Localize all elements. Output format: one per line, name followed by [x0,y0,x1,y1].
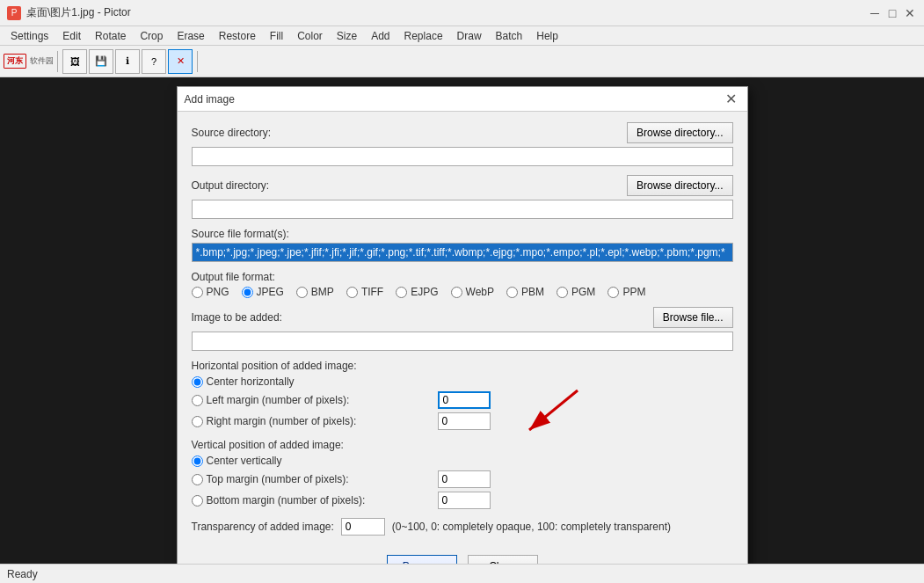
h-center-radio[interactable] [192,376,203,388]
source-directory-label: Source directory: [192,127,621,139]
format-bmp-label: BMP [311,286,334,298]
toolbar-btn-2[interactable]: 💾 [89,49,113,74]
transparency-row: Transparency of added image: (0~100, 0: … [192,518,733,536]
h-left-option[interactable]: Left margin (number of pixels): [192,394,438,406]
minimize-button[interactable]: ─ [868,6,882,20]
menu-color[interactable]: Color [290,28,330,44]
v-top-option[interactable]: Top margin (number of pixels): [192,473,438,485]
format-webp[interactable]: WebP [451,286,494,298]
format-pgm-radio[interactable] [557,287,568,298]
output-directory-input[interactable] [192,200,733,219]
menu-rotate[interactable]: Rotate [88,28,133,44]
vertical-position-row: Vertical position of added image: Center… [192,439,733,509]
v-center-label: Center vertically [207,455,282,467]
format-png[interactable]: PNG [192,286,229,298]
v-top-input[interactable] [438,470,491,488]
menu-erase[interactable]: Erase [170,28,211,44]
v-top-radio[interactable] [192,474,203,485]
output-format-radio-group: PNG JPEG BMP TIFF EJPG WebP PBM PGM PPM [192,286,733,298]
menu-help[interactable]: Help [529,28,565,44]
menu-restore[interactable]: Restore [212,28,263,44]
browse-file-button[interactable]: Browse file... [653,307,733,328]
dialog-title: Add image [185,93,723,106]
h-right-option[interactable]: Right margin (number of pixels): [192,415,438,427]
output-format-label: Output file format: [192,271,733,283]
vertical-position-label: Vertical position of added image: [192,439,733,451]
format-ejpg-label: EJPG [411,286,438,298]
v-center-radio[interactable] [192,455,203,467]
format-ejpg[interactable]: EJPG [396,286,438,298]
maximize-button[interactable]: □ [885,6,899,20]
source-format-row: Source file format(s): [192,228,733,262]
h-right-radio[interactable] [192,416,203,427]
dialog-close-icon-btn[interactable]: ✕ [723,91,740,108]
format-tiff-radio[interactable] [346,287,358,298]
toolbar-btn-1[interactable]: 🖼 [62,49,87,74]
h-center-option[interactable]: Center horizontally [192,375,438,388]
format-jpeg-label: JPEG [257,286,284,298]
window-title: 桌面\图片1.jpg - Pictor [26,5,868,20]
format-pbm[interactable]: PBM [506,286,544,298]
format-png-radio[interactable] [192,287,203,298]
source-format-label: Source file format(s): [192,228,733,240]
source-format-input[interactable] [192,243,733,262]
toolbar-separator-2 [197,51,198,72]
format-jpeg[interactable]: JPEG [242,286,284,298]
dialog-content: Source directory: Browse directory... Ou… [178,112,747,583]
format-ppm[interactable]: PPM [608,286,645,298]
menu-draw[interactable]: Draw [450,28,489,44]
v-bottom-input[interactable] [438,492,491,509]
format-tiff-label: TIFF [361,286,383,298]
menu-size[interactable]: Size [330,28,364,44]
image-to-add-label: Image to be added: [192,311,646,324]
format-bmp[interactable]: BMP [296,286,334,298]
transparency-label: Transparency of added image: [192,521,334,533]
menu-bar: Settings Edit Rotate Crop Erase Restore … [0,26,924,46]
format-ppm-radio[interactable] [608,287,619,298]
h-center-row: Center horizontally [192,375,733,388]
source-directory-input[interactable] [192,147,733,166]
menu-batch[interactable]: Batch [489,28,530,44]
h-right-input[interactable] [438,412,491,430]
menu-replace[interactable]: Replace [397,28,450,44]
output-format-row: Output file format: PNG JPEG BMP TIFF EJ… [192,271,733,298]
image-to-add-input[interactable] [192,332,733,351]
menu-settings[interactable]: Settings [4,28,55,44]
add-image-dialog: Add image ✕ Source directory: Browse dir… [177,86,748,583]
horizontal-position-row: Horizontal position of added image: Cent… [192,360,733,430]
v-bottom-label: Bottom margin (number of pixels): [207,494,366,506]
browse-source-directory-button[interactable]: Browse directory... [627,122,732,143]
v-bottom-option[interactable]: Bottom margin (number of pixels): [192,494,438,506]
v-center-option[interactable]: Center vertically [192,455,438,467]
transparency-input[interactable] [341,518,385,536]
browse-output-directory-button[interactable]: Browse directory... [627,175,732,196]
format-jpeg-radio[interactable] [242,287,253,298]
format-tiff[interactable]: TIFF [346,286,383,298]
menu-fill[interactable]: Fill [263,28,290,44]
menu-add[interactable]: Add [364,28,397,44]
image-to-add-row: Image to be added: Browse file... [192,307,733,351]
h-left-radio[interactable] [192,395,203,406]
format-pbm-radio[interactable] [506,287,518,298]
menu-edit[interactable]: Edit [55,28,88,44]
window-close-button[interactable]: ✕ [903,6,917,20]
dialog-overlay: Add image ✕ Source directory: Browse dir… [0,77,924,564]
toolbar-btn-question[interactable]: ? [142,49,166,74]
format-bmp-radio[interactable] [296,287,308,298]
format-pgm[interactable]: PGM [557,286,595,298]
toolbar-btn-info[interactable]: ℹ [115,49,140,74]
v-center-row: Center vertically [192,455,733,467]
watermark-area: 河东 软件园 [4,54,54,69]
menu-crop[interactable]: Crop [133,28,170,44]
format-pbm-label: PBM [521,286,544,298]
h-left-input[interactable] [438,391,491,409]
toolbar: 河东 软件园 🖼 💾 ℹ ? ✕ [0,46,924,77]
format-webp-radio[interactable] [451,287,462,298]
toolbar-btn-x[interactable]: ✕ [168,49,193,74]
toolbar-separator [57,51,58,72]
format-webp-label: WebP [466,286,494,298]
h-center-label: Center horizontally [207,375,295,388]
format-ejpg-radio[interactable] [396,287,407,298]
v-top-row: Top margin (number of pixels): [192,470,733,488]
v-bottom-radio[interactable] [192,495,203,506]
